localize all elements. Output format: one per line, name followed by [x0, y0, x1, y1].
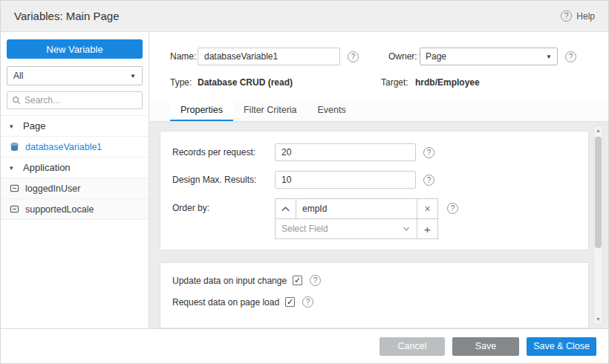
- variable-tree: ▾ Page databaseVariable1 ▾ Application: [1, 115, 149, 328]
- content-scrollbar[interactable]: ▲ ▼: [593, 126, 603, 325]
- tree-group-application[interactable]: ▾ Application: [1, 157, 149, 178]
- target-label: Target:: [381, 77, 415, 88]
- owner-select-value: Page: [426, 51, 446, 62]
- help-question-icon: ?: [561, 10, 572, 22]
- header: Variables: Main Page ? Help: [1, 1, 608, 32]
- plus-icon: +: [424, 223, 431, 235]
- request-help-icon[interactable]: ?: [302, 296, 313, 308]
- target-value: hrdb/Employee: [415, 77, 480, 88]
- request-on-page-load-checkbox[interactable]: ✓: [285, 297, 295, 307]
- variable-filter-select[interactable]: All ▼: [7, 66, 143, 85]
- cancel-button[interactable]: Cancel: [380, 337, 445, 356]
- variable-filter-value: All: [13, 71, 23, 81]
- sidebar: New Variable All ▼ ▾ Page: [1, 32, 149, 328]
- design-max-results-input[interactable]: [275, 171, 416, 189]
- scroll-down-icon[interactable]: ▼: [594, 315, 602, 324]
- chevron-down-icon: [402, 224, 411, 233]
- remove-order-field-button[interactable]: ×: [417, 198, 438, 219]
- search-icon: [12, 96, 21, 105]
- order-by-control: × Select Field +: [275, 198, 438, 239]
- tree-group-page[interactable]: ▾ Page: [1, 116, 149, 137]
- tree-item-label: databaseVariable1: [25, 142, 102, 152]
- tree-item-label: supportedLocale: [25, 204, 94, 215]
- database-variable-icon: [10, 142, 19, 152]
- footer: Cancel Save Save & Close: [1, 328, 608, 363]
- chevron-down-icon: ▼: [546, 53, 552, 60]
- tree-group-label: Page: [23, 120, 45, 131]
- properties-tab-content: Records per request: ? Design Max. Resul…: [149, 122, 608, 328]
- update-help-icon[interactable]: ?: [310, 275, 321, 286]
- help-label: Help: [576, 11, 595, 22]
- variables-dialog: Variables: Main Page ? Help New Variable…: [0, 0, 609, 364]
- static-variable-icon: [10, 183, 19, 193]
- order-by-help-icon[interactable]: ?: [447, 203, 458, 214]
- tree-item-supported-locale[interactable]: supportedLocale: [1, 199, 149, 220]
- update-on-input-change-label: Update data on input change: [172, 276, 287, 286]
- records-per-request-input[interactable]: [275, 143, 416, 161]
- select-field-dropdown[interactable]: Select Field: [275, 218, 417, 239]
- caret-down-icon: ▾: [10, 123, 17, 130]
- scroll-up-icon[interactable]: ▲: [594, 126, 602, 135]
- dialog-body: New Variable All ▼ ▾ Page: [1, 32, 608, 328]
- search-box: [7, 91, 143, 109]
- search-input[interactable]: [25, 95, 137, 105]
- tree-group-label: Application: [23, 162, 71, 173]
- name-label: Name:*: [170, 51, 198, 62]
- new-variable-button[interactable]: New Variable: [7, 39, 143, 59]
- page-title: Variables: Main Page: [14, 10, 119, 22]
- save-and-close-button[interactable]: Save & Close: [527, 337, 596, 356]
- order-direction-button[interactable]: [275, 198, 296, 219]
- records-help-icon[interactable]: ?: [423, 147, 434, 158]
- tab-bar: Properties Filter Criteria Events: [149, 100, 608, 122]
- data-settings-card: Records per request: ? Design Max. Resul…: [160, 131, 589, 250]
- close-icon: ×: [424, 203, 430, 215]
- tab-filter-criteria[interactable]: Filter Criteria: [233, 100, 307, 121]
- name-help-icon[interactable]: ?: [348, 51, 359, 62]
- behavior-settings-card: Update data on input change ✓ ? Request …: [160, 262, 589, 328]
- main-panel: Name:* ? Owner:* Page ▼ ? Type: Database…: [149, 32, 608, 328]
- check-icon: ✓: [287, 298, 293, 306]
- owner-select[interactable]: Page ▼: [420, 48, 558, 65]
- name-input[interactable]: [198, 48, 340, 65]
- help-button[interactable]: ? Help: [561, 10, 595, 22]
- chevron-up-icon: [281, 205, 290, 213]
- tab-events[interactable]: Events: [307, 100, 356, 121]
- records-per-request-label: Records per request:: [172, 147, 275, 157]
- save-button[interactable]: Save: [452, 337, 519, 356]
- type-value: Database CRUD (read): [198, 77, 381, 88]
- design-max-help-icon[interactable]: ?: [423, 175, 434, 186]
- scrollbar-thumb[interactable]: [595, 137, 602, 248]
- tab-properties[interactable]: Properties: [170, 100, 233, 121]
- owner-help-icon[interactable]: ?: [565, 51, 576, 62]
- design-max-results-label: Design Max. Results:: [172, 175, 275, 185]
- add-order-field-button[interactable]: +: [417, 218, 438, 239]
- tree-item-label: loggedInUser: [25, 183, 80, 194]
- type-label: Type:: [170, 77, 198, 88]
- request-on-page-load-label: Request data on page load: [172, 297, 279, 308]
- static-variable-icon: [10, 204, 19, 214]
- check-icon: ✓: [294, 276, 301, 285]
- variable-header-form: Name:* ? Owner:* Page ▼ ? Type: Database…: [149, 32, 608, 100]
- chevron-down-icon: ▼: [130, 73, 136, 79]
- order-by-field-input[interactable]: [296, 198, 417, 219]
- owner-label: Owner:*: [388, 51, 420, 62]
- update-on-input-change-checkbox[interactable]: ✓: [293, 276, 302, 285]
- order-by-label: Order by:: [172, 198, 275, 213]
- select-field-placeholder: Select Field: [281, 224, 328, 234]
- tree-item-database-variable[interactable]: databaseVariable1: [1, 137, 149, 157]
- tree-item-logged-in-user[interactable]: loggedInUser: [1, 178, 149, 199]
- caret-down-icon: ▾: [10, 164, 17, 172]
